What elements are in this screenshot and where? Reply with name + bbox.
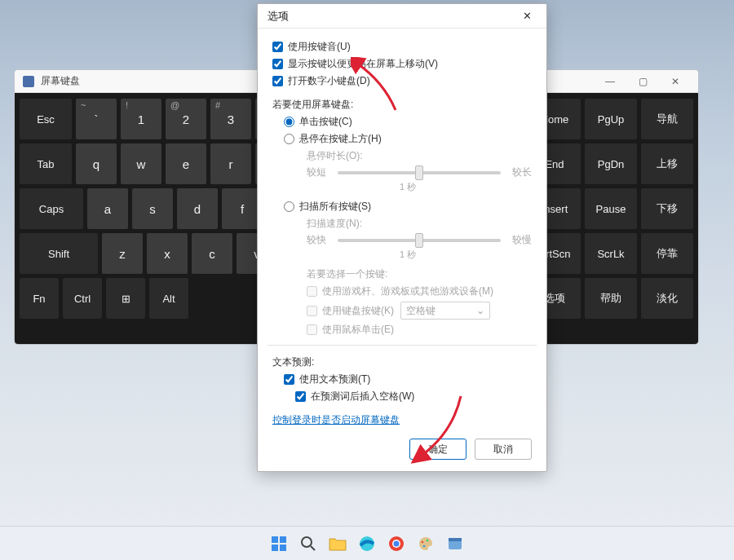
key-z[interactable]: z — [102, 233, 143, 274]
kb-key-combo-value: 空格键 — [406, 304, 436, 318]
key-caps[interactable]: Caps — [20, 188, 83, 229]
close-button[interactable]: ✕ — [659, 70, 692, 93]
paint-button[interactable] — [415, 533, 436, 554]
key-s[interactable]: s — [132, 188, 173, 229]
key-scrlk[interactable]: ScrLk — [585, 233, 637, 274]
key-grave[interactable]: ~` — [76, 99, 117, 139]
cancel-button[interactable]: 取消 — [475, 439, 532, 460]
key-x[interactable]: x — [147, 233, 188, 274]
key-pause[interactable]: Pause — [585, 188, 637, 229]
control-login-link[interactable]: 控制登录时是否启动屏幕键盘 — [272, 413, 400, 427]
chrome-button[interactable] — [386, 533, 407, 554]
checkbox-joystick: 使用游戏杆、游戏板或其他游戏设备(M) — [307, 284, 532, 298]
file-explorer-button[interactable] — [327, 533, 348, 554]
svg-rect-1 — [280, 536, 286, 543]
svg-point-12 — [427, 539, 429, 541]
checkbox-show-keys[interactable]: 显示按键以便更易在屏幕上移动(V) — [272, 57, 532, 71]
checkbox-mouse: 使用鼠标单击(E) — [307, 323, 532, 337]
checkbox-show-keys-input[interactable] — [272, 59, 283, 69]
key-help[interactable]: 帮助 — [585, 278, 637, 319]
osk-title: 屏幕键盘 — [41, 74, 80, 88]
checkbox-mouse-input — [307, 324, 317, 335]
checkbox-click-sound-input[interactable] — [272, 42, 283, 52]
key-down[interactable]: 下移 — [641, 188, 693, 229]
windows-icon: ⊞ — [122, 293, 130, 305]
key-alt[interactable]: Alt — [149, 278, 188, 319]
svg-rect-14 — [449, 538, 462, 541]
checkbox-joystick-input — [307, 286, 317, 297]
key-shift[interactable]: Shift — [20, 233, 98, 274]
key-pgdn[interactable]: PgDn — [585, 143, 637, 184]
key-c[interactable]: c — [192, 233, 232, 274]
checkbox-joystick-label: 使用游戏杆、游戏板或其他游戏设备(M) — [322, 284, 493, 298]
key-d[interactable]: d — [177, 188, 218, 229]
radio-hover-input[interactable] — [284, 134, 294, 144]
key-nav[interactable]: 导航 — [641, 99, 693, 139]
osk-app-icon — [23, 76, 34, 87]
key-a[interactable]: a — [87, 188, 128, 229]
checkbox-mouse-label: 使用鼠标单击(E) — [322, 323, 394, 337]
key-esc[interactable]: Esc — [20, 99, 72, 139]
key-1[interactable]: !1 — [121, 99, 161, 139]
folder-icon — [329, 536, 347, 551]
key-e[interactable]: e — [166, 143, 206, 184]
checkbox-numpad-input[interactable] — [272, 76, 283, 86]
radio-scan[interactable]: 扫描所有按键(S) — [284, 200, 532, 214]
key-dock[interactable]: 停靠 — [641, 233, 693, 274]
key-win[interactable]: ⊞ — [106, 278, 145, 319]
hover-long-label: 较长 — [509, 165, 532, 179]
key-r[interactable]: r — [210, 143, 251, 184]
checkbox-predict-input[interactable] — [284, 374, 294, 385]
palette-icon — [418, 536, 434, 552]
svg-point-4 — [302, 537, 312, 547]
hover-short-label: 较短 — [307, 165, 329, 179]
key-ctrl[interactable]: Ctrl — [63, 278, 102, 319]
checkbox-insert-space[interactable]: 在预测词后插入空格(W) — [295, 390, 532, 403]
key-up[interactable]: 上移 — [641, 143, 693, 184]
hover-slider — [338, 171, 501, 174]
key-pgup[interactable]: PgUp — [585, 99, 637, 139]
key-2[interactable]: @2 — [166, 99, 206, 139]
minimize-button[interactable]: — — [594, 70, 626, 93]
hover-slider-row: 较短 较长 — [307, 165, 532, 179]
edge-button[interactable] — [356, 533, 378, 554]
hover-duration-label: 悬停时长(O): — [307, 149, 532, 163]
radio-click-label: 单击按键(C) — [299, 115, 352, 129]
key-fn[interactable]: Fn — [20, 278, 59, 319]
ok-button[interactable]: 确定 — [409, 439, 466, 460]
windows-icon — [271, 536, 287, 552]
radio-click[interactable]: 单击按键(C) — [284, 115, 532, 129]
checkbox-click-sound[interactable]: 使用按键音(U) — [272, 40, 532, 54]
section-use-keyboard: 若要使用屏幕键盘: — [272, 98, 532, 112]
dialog-close-button[interactable]: ✕ — [512, 4, 542, 29]
chrome-icon — [388, 536, 405, 552]
scan-value: 1 秒 — [284, 249, 532, 261]
checkbox-insert-space-input[interactable] — [295, 391, 306, 402]
app-button[interactable] — [444, 533, 466, 554]
pick-key-label: 若要选择一个按键: — [307, 267, 532, 281]
start-button[interactable] — [268, 533, 290, 554]
svg-line-5 — [311, 546, 315, 550]
scan-slider-thumb — [415, 233, 423, 248]
key-q[interactable]: q — [76, 143, 117, 184]
checkbox-predict[interactable]: 使用文本预测(T) — [284, 373, 532, 386]
checkbox-insert-space-label: 在预测词后插入空格(W) — [311, 390, 414, 403]
svg-rect-0 — [272, 536, 278, 543]
search-icon — [300, 536, 316, 552]
radio-click-input[interactable] — [284, 117, 294, 127]
radio-scan-input[interactable] — [284, 201, 294, 212]
checkbox-numpad-label: 打开数字小键盘(D) — [288, 74, 370, 88]
checkbox-numpad[interactable]: 打开数字小键盘(D) — [272, 74, 532, 88]
hover-slider-thumb — [415, 165, 423, 180]
key-3[interactable]: #3 — [210, 99, 251, 139]
key-w[interactable]: w — [121, 143, 161, 184]
key-tab[interactable]: Tab — [20, 143, 72, 184]
search-button[interactable] — [298, 533, 319, 554]
radio-hover[interactable]: 悬停在按键上方(H) — [284, 132, 532, 146]
key-fade[interactable]: 淡化 — [641, 278, 693, 319]
checkbox-kb-key-input — [307, 306, 317, 316]
checkbox-kb-key: 使用键盘按键(K) 空格键 ⌄ — [307, 302, 532, 320]
scan-speed-label: 扫描速度(N): — [307, 217, 532, 231]
maximize-button[interactable]: ▢ — [626, 70, 659, 93]
hover-value: 1 秒 — [284, 181, 532, 193]
